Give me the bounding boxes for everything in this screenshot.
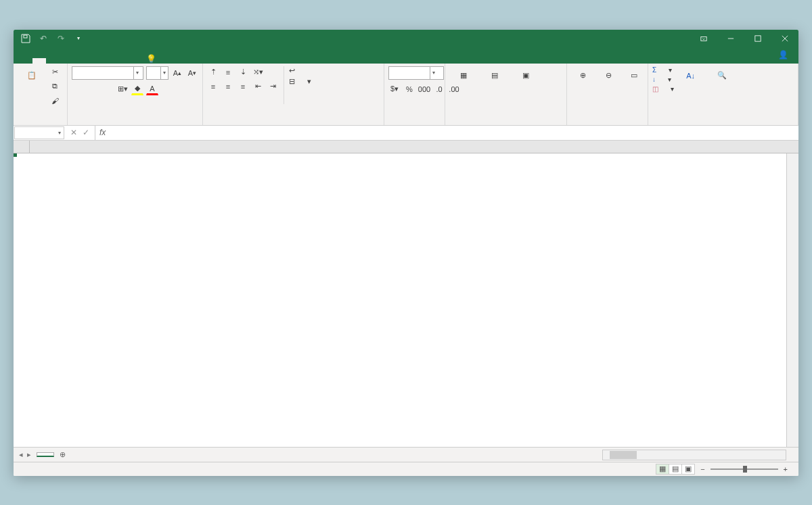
fill-color-icon[interactable]: ◆ (131, 83, 143, 95)
indent-decrease-icon[interactable]: ⇤ (252, 80, 264, 93)
currency-icon[interactable]: $▾ (388, 83, 401, 95)
percent-icon[interactable]: % (403, 83, 415, 95)
tab-view[interactable] (114, 58, 127, 64)
add-sheet-button[interactable]: ⊕ (54, 450, 71, 459)
sheet-tab-1[interactable] (37, 452, 54, 457)
merge-button[interactable]: ⊟ ▾ (289, 77, 311, 86)
tell-me-search[interactable]: 💡 (146, 54, 159, 64)
zoom-in-button[interactable]: + (784, 465, 788, 473)
bold-button[interactable] (72, 83, 84, 95)
orientation-icon[interactable]: ⤭▾ (252, 66, 264, 78)
wrap-icon: ↩ (289, 66, 295, 75)
horizontal-scrollbar[interactable] (602, 450, 786, 460)
tab-review[interactable] (100, 58, 114, 64)
minimize-button[interactable] (717, 30, 744, 47)
formula-bar[interactable]: fx (95, 126, 798, 140)
view-buttons[interactable]: ▦ ▤ ▣ (656, 464, 695, 475)
save-icon[interactable] (20, 33, 31, 44)
format-as-table-button[interactable]: ▤ (480, 66, 509, 87)
cell-styles-button[interactable]: ▣ (512, 66, 540, 87)
conditional-format-button[interactable]: ▦ (449, 66, 478, 87)
maximize-button[interactable] (744, 30, 771, 47)
formula-bar-row: ▾ ✕ ✓ fx (14, 126, 798, 141)
sheet-nav[interactable]: ◂▸ (14, 450, 37, 459)
font-name-select[interactable]: ▾ (72, 66, 143, 80)
redo-icon[interactable]: ↷ (55, 33, 66, 44)
copy-icon[interactable]: ⧉ (49, 80, 61, 93)
name-box-input[interactable] (15, 128, 55, 137)
align-center-icon[interactable]: ≡ (222, 80, 234, 93)
format-icon: ▭ (626, 68, 642, 84)
autosum-button[interactable]: Σ ▾ (652, 66, 674, 74)
column-headers (14, 141, 798, 153)
tab-help[interactable] (127, 58, 141, 64)
increase-font-icon[interactable]: A▴ (171, 67, 183, 79)
tab-formulas[interactable] (73, 58, 87, 64)
formula-buttons: ✕ ✓ (65, 126, 95, 140)
cut-icon[interactable]: ✂ (49, 66, 61, 78)
format-cells-button[interactable]: ▭ (623, 66, 646, 87)
delete-icon: ⊖ (600, 68, 616, 84)
chevron-down-icon[interactable]: ▾ (55, 130, 64, 136)
page-layout-icon[interactable]: ▤ (669, 464, 682, 475)
cell-styles-icon: ▣ (518, 68, 534, 84)
tab-insert[interactable] (46, 58, 60, 64)
name-box[interactable]: ▾ (14, 126, 64, 139)
qat-dropdown-icon[interactable]: ▾ (73, 33, 84, 44)
delete-cells-button[interactable]: ⊖ (597, 66, 620, 87)
clear-button[interactable]: ◫ ▾ (652, 85, 674, 93)
align-top-icon[interactable]: ⇡ (207, 66, 219, 78)
italic-button[interactable] (87, 83, 99, 95)
excel-window: ↶ ↷ ▾ 💡 👤 (14, 30, 798, 476)
find-select-button[interactable]: 🔍 (708, 66, 736, 87)
decrease-font-icon[interactable]: A▾ (186, 67, 198, 79)
zoom-out-button[interactable]: − (700, 465, 704, 473)
undo-icon[interactable]: ↶ (38, 33, 49, 44)
align-middle-icon[interactable]: ≡ (222, 66, 234, 78)
sort-filter-button[interactable]: A↓ (677, 66, 705, 87)
border-icon[interactable]: ⊞▾ (116, 83, 129, 95)
align-right-icon[interactable]: ≡ (237, 80, 249, 93)
align-bottom-icon[interactable]: ⇣ (237, 66, 249, 78)
wrap-text-button[interactable]: ↩ (289, 66, 311, 75)
fx-icon[interactable]: fx (99, 128, 106, 137)
bulb-icon: 💡 (146, 54, 156, 64)
group-editing: Σ ▾ ↓ ▾ ◫ ▾ A↓ 🔍 (648, 64, 798, 125)
font-name-input[interactable] (72, 69, 133, 77)
number-format-select[interactable]: ▾ (388, 66, 444, 80)
chevron-down-icon: ▾ (430, 67, 437, 79)
zoom-slider[interactable] (710, 468, 778, 470)
inc-decimal-icon[interactable]: .0 (433, 83, 445, 95)
number-format-input[interactable] (389, 69, 430, 77)
vertical-scrollbar[interactable] (786, 153, 798, 447)
fill-button[interactable]: ↓ ▾ (652, 76, 674, 83)
tab-layout[interactable] (60, 58, 73, 64)
share-button[interactable]: 👤 (778, 50, 792, 59)
chevron-down-icon: ▾ (160, 67, 168, 79)
sigma-icon: Σ (652, 66, 656, 74)
share-icon: 👤 (778, 50, 788, 59)
comma-icon[interactable]: 000 (418, 83, 430, 95)
normal-view-icon[interactable]: ▦ (656, 464, 669, 475)
align-left-icon[interactable]: ≡ (207, 80, 219, 93)
font-size-select[interactable]: ▾ (146, 66, 168, 80)
tab-data[interactable] (87, 58, 100, 64)
find-icon: 🔍 (714, 68, 730, 84)
insert-cells-button[interactable]: ⊕ (571, 66, 594, 87)
tab-home[interactable] (32, 58, 46, 64)
merge-icon: ⊟ (289, 77, 295, 86)
ribbon-options-icon[interactable] (690, 30, 717, 47)
paste-button[interactable]: 📋 (18, 66, 46, 87)
group-number: ▾ $▾ % 000 .0 .00 (384, 64, 445, 125)
cancel-icon[interactable]: ✕ (70, 128, 77, 137)
underline-button[interactable] (102, 83, 114, 95)
page-break-icon[interactable]: ▣ (681, 464, 695, 475)
close-button[interactable] (771, 30, 798, 47)
format-painter-icon[interactable]: 🖌 (49, 95, 61, 107)
tab-file[interactable] (19, 58, 32, 64)
font-size-input[interactable] (147, 69, 160, 77)
accept-icon[interactable]: ✓ (83, 128, 89, 137)
select-all-corner[interactable] (14, 141, 30, 153)
indent-increase-icon[interactable]: ⇥ (267, 80, 279, 93)
font-color-icon[interactable]: A (146, 83, 158, 95)
